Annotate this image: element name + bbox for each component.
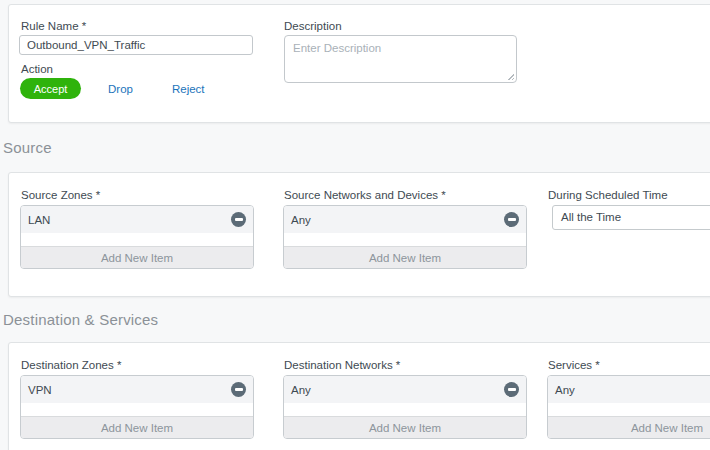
general-card: Rule Name * Action Accept Drop Reject De… xyxy=(8,4,710,123)
add-new-item-button[interactable]: Add New Item xyxy=(21,416,253,438)
listbox-empty-area xyxy=(548,403,710,416)
list-item: Any xyxy=(284,376,526,403)
description-label: Description xyxy=(284,20,342,32)
services-listbox: Any Add New Item xyxy=(547,375,710,439)
description-field xyxy=(284,35,517,83)
action-options: Accept Drop Reject xyxy=(20,78,205,99)
source-networks-label: Source Networks and Devices * xyxy=(284,189,446,201)
remove-item-icon[interactable] xyxy=(231,212,246,227)
source-zones-label: Source Zones * xyxy=(21,189,100,201)
list-item-label: LAN xyxy=(28,214,50,226)
rule-name-label: Rule Name * xyxy=(21,20,86,32)
destination-zones-label: Destination Zones * xyxy=(21,359,121,371)
add-new-item-button[interactable]: Add New Item xyxy=(548,416,710,438)
firewall-rule-form: Rule Name * Action Accept Drop Reject De… xyxy=(0,0,710,450)
action-label: Action xyxy=(21,63,53,75)
scheduled-time-label: During Scheduled Time xyxy=(548,189,668,201)
source-zones-listbox: LAN Add New Item xyxy=(20,205,254,269)
listbox-empty-area xyxy=(21,233,253,246)
add-new-item-button[interactable]: Add New Item xyxy=(21,246,253,268)
list-item: VPN xyxy=(21,376,253,403)
remove-item-icon[interactable] xyxy=(504,212,519,227)
action-accept-button[interactable]: Accept xyxy=(20,78,81,99)
source-section-heading: Source xyxy=(3,139,52,156)
destination-card: Destination Zones * VPN Add New Item Des… xyxy=(8,342,710,450)
destination-networks-listbox: Any Add New Item xyxy=(283,375,527,439)
list-item-label: Any xyxy=(555,384,575,396)
source-networks-listbox: Any Add New Item xyxy=(283,205,527,269)
scheduled-time-select[interactable]: All the Time xyxy=(552,205,710,230)
rule-name-input[interactable] xyxy=(19,35,253,55)
list-item: Any xyxy=(548,376,710,403)
list-item-label: Any xyxy=(291,214,311,226)
add-new-item-button[interactable]: Add New Item xyxy=(284,416,526,438)
destination-networks-label: Destination Networks * xyxy=(284,359,400,371)
list-item: Any xyxy=(284,206,526,233)
services-label: Services * xyxy=(548,359,600,371)
action-reject-button[interactable]: Reject xyxy=(172,83,205,95)
destination-section-heading: Destination & Services xyxy=(3,311,158,328)
description-textarea[interactable] xyxy=(284,35,517,83)
list-item-label: Any xyxy=(291,384,311,396)
listbox-empty-area xyxy=(284,233,526,246)
remove-item-icon[interactable] xyxy=(504,382,519,397)
listbox-empty-area xyxy=(21,403,253,416)
remove-item-icon[interactable] xyxy=(231,382,246,397)
destination-zones-listbox: VPN Add New Item xyxy=(20,375,254,439)
add-new-item-button[interactable]: Add New Item xyxy=(284,246,526,268)
source-card: Source Zones * LAN Add New Item Source N… xyxy=(8,172,710,297)
listbox-empty-area xyxy=(284,403,526,416)
action-drop-button[interactable]: Drop xyxy=(108,83,133,95)
list-item: LAN xyxy=(21,206,253,233)
list-item-label: VPN xyxy=(28,384,52,396)
